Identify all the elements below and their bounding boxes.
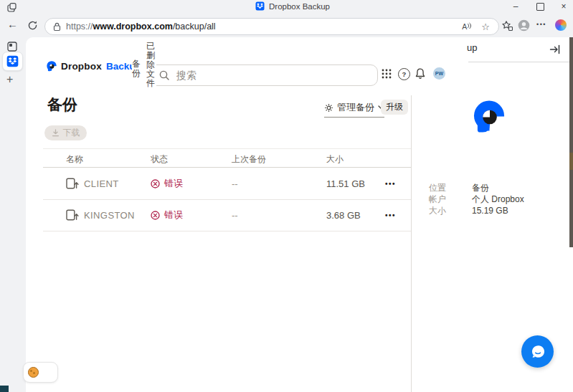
- table-header-row: 名称 状态 上次备份 大小: [43, 149, 411, 167]
- panel-header-divider: [468, 62, 572, 62]
- new-tab-button[interactable]: +: [6, 73, 13, 86]
- gear-icon: [324, 103, 333, 113]
- panel-divider: [411, 95, 412, 392]
- detail-value: 备份: [472, 182, 489, 193]
- refresh-button[interactable]: [27, 20, 38, 31]
- search-box[interactable]: [149, 64, 378, 86]
- detail-label: 位置: [429, 182, 472, 193]
- browser-tab[interactable]: Dropbox Backup: [255, 1, 330, 11]
- dropbox-favicon: [6, 55, 19, 67]
- chat-support-button[interactable]: [521, 335, 554, 368]
- title-bar: Dropbox Backup – ×: [0, 0, 573, 14]
- browser-window: Dropbox Backup – × ← https://www.dropbox…: [0, 0, 573, 392]
- column-header-name[interactable]: 名称: [66, 153, 83, 166]
- nav-tab-deleted-files[interactable]: 已删除文件: [146, 42, 156, 88]
- download-button[interactable]: 下载: [44, 125, 87, 140]
- apps-grid-icon[interactable]: [382, 69, 392, 79]
- search-input[interactable]: [175, 69, 357, 82]
- nav-tab-backups[interactable]: 备份: [132, 59, 142, 78]
- backup-logo-large: [473, 100, 507, 134]
- browser-toolbar: ← https://www.dropbox.com/backup/all A ☆…: [0, 14, 573, 37]
- dropbox-favicon: [255, 1, 265, 11]
- size-value: 11.51 GB: [326, 178, 365, 189]
- detail-value: 15.19 GB: [472, 205, 508, 216]
- cookie-icon: [28, 367, 39, 378]
- url-text: https://www.dropbox.com/backup/all: [66, 21, 462, 32]
- desktop-corner-sliver: [0, 386, 9, 392]
- column-header-size[interactable]: 大小: [326, 153, 344, 166]
- search-icon: [159, 70, 169, 80]
- detail-label: 帐户: [429, 193, 472, 205]
- detail-value: 个人 Dropbox: [472, 193, 524, 205]
- profile-avatar-icon[interactable]: [518, 19, 530, 32]
- maximize-button[interactable]: [534, 0, 546, 13]
- notifications-bell-icon[interactable]: [415, 67, 426, 80]
- detail-label: 大小: [429, 205, 472, 216]
- table-row[interactable]: KINGSTON 错误 -- 3.68 GB •••: [43, 199, 411, 231]
- row-menu-button[interactable]: •••: [385, 180, 396, 188]
- brand-name: Dropbox: [61, 61, 102, 72]
- size-value: 3.68 GB: [326, 210, 361, 221]
- row-menu-button[interactable]: •••: [385, 211, 396, 219]
- read-aloud-icon[interactable]: A: [462, 22, 471, 31]
- manage-backups-dropdown[interactable]: 管理备份: [324, 101, 384, 118]
- detail-row: 位置 备份: [429, 182, 524, 193]
- close-button[interactable]: ×: [557, 0, 570, 13]
- maximize-icon: [536, 3, 544, 11]
- panel-title-fragment: up: [467, 42, 477, 53]
- status-badge: 错误: [151, 209, 183, 221]
- backup-name: KINGSTON: [84, 210, 135, 221]
- help-icon[interactable]: ?: [398, 68, 410, 80]
- favorites-hub-icon[interactable]: [501, 20, 513, 32]
- minimize-button[interactable]: –: [509, 0, 522, 13]
- status-text: 错误: [164, 177, 183, 190]
- upgrade-button[interactable]: 升级: [381, 100, 408, 115]
- last-backup-value: --: [232, 210, 238, 221]
- backup-name: CLIENT: [84, 178, 119, 189]
- tab-preview-icon[interactable]: [7, 42, 17, 52]
- download-label: 下载: [63, 127, 80, 139]
- table-row[interactable]: CLIENT 错误 -- 11.51 GB •••: [43, 168, 411, 199]
- detail-row: 大小 15.19 GB: [429, 205, 524, 216]
- status-text: 错误: [164, 209, 183, 221]
- column-header-status[interactable]: 状态: [151, 153, 168, 166]
- favorite-star-icon[interactable]: ☆: [481, 21, 490, 32]
- page-title: 备份: [47, 95, 77, 115]
- backup-details: 位置 备份 帐户 个人 Dropbox 大小 15.19 GB: [429, 182, 524, 216]
- external-drive-icon: [66, 209, 79, 221]
- url-domain: www.dropbox.com: [93, 21, 173, 32]
- status-badge: 错误: [151, 177, 183, 190]
- browser-flyout-toast[interactable]: [23, 362, 58, 383]
- detail-row: 帐户 个人 Dropbox: [429, 193, 524, 205]
- column-header-last-backup[interactable]: 上次备份: [232, 153, 266, 166]
- url-path: /backup/all: [173, 21, 216, 32]
- url-scheme: https://: [66, 21, 93, 32]
- manage-backups-label: 管理备份: [337, 101, 374, 114]
- backup-logo-icon: [47, 61, 57, 72]
- tab-actions-icon[interactable]: [7, 3, 16, 12]
- settings-more-icon[interactable]: •••: [536, 21, 546, 28]
- error-icon: [151, 179, 160, 188]
- error-icon: [151, 211, 160, 220]
- row-divider: [43, 231, 411, 231]
- user-avatar[interactable]: PW: [433, 67, 445, 80]
- last-backup-value: --: [232, 178, 238, 189]
- back-button[interactable]: ←: [7, 18, 18, 30]
- address-bar[interactable]: https://www.dropbox.com/backup/all A ☆: [44, 18, 499, 35]
- external-drive-icon: [66, 177, 79, 190]
- background-window-sliver: [569, 37, 573, 247]
- vertical-tab-strip: +: [0, 37, 26, 392]
- download-icon: [52, 129, 60, 137]
- tab-title: Dropbox Backup: [269, 2, 330, 11]
- lock-icon: [53, 22, 61, 32]
- dropbox-backup-logo[interactable]: DropboxBackup: [47, 61, 141, 72]
- active-tab-dropbox[interactable]: [2, 52, 23, 71]
- copilot-icon[interactable]: [555, 19, 567, 31]
- collapse-panel-icon[interactable]: [549, 44, 561, 54]
- chat-bubble-icon: [529, 343, 546, 360]
